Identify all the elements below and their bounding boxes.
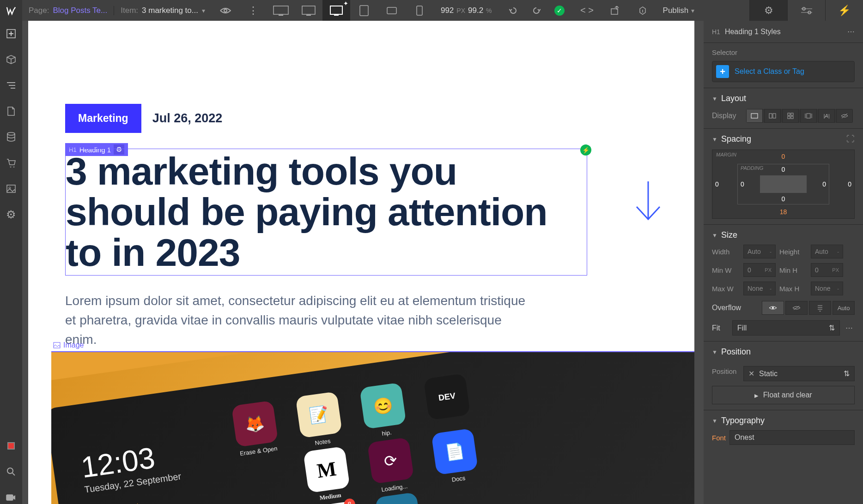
svg-rect-31 xyxy=(773,114,776,118)
font-label: Font xyxy=(712,434,726,442)
canvas-dimensions[interactable]: 992 PX 99.2 % xyxy=(433,6,499,15)
tablet-app-grid: 🦊Erase & Open 📝Notes 😊hip. DEV MMedium ⟳… xyxy=(231,354,623,504)
more-button[interactable]: ⋮ xyxy=(239,0,267,21)
svg-rect-36 xyxy=(807,114,810,118)
layout-header[interactable]: ▼ Layout xyxy=(712,94,855,103)
display-inline-block[interactable] xyxy=(800,109,817,123)
padding-top[interactable]: 0 xyxy=(782,166,785,173)
margin-bottom[interactable]: 18 xyxy=(780,208,787,216)
video-button[interactable] xyxy=(5,491,18,504)
breakpoint-mobile[interactable] xyxy=(406,0,433,21)
selector-section: Selector + Select a Class or Tag xyxy=(704,43,863,88)
display-row: Display |A| xyxy=(712,109,855,123)
float-clear-toggle[interactable]: ▶ Float and clear xyxy=(712,386,855,404)
more-icon[interactable]: ⋯ xyxy=(847,27,855,36)
margin-left[interactable]: 0 xyxy=(715,180,719,188)
ecommerce-button[interactable] xyxy=(5,156,18,169)
search-button[interactable] xyxy=(5,465,18,478)
settings-tab[interactable] xyxy=(787,0,825,21)
position-select[interactable]: ✕ Static ⇅ xyxy=(743,366,855,381)
selected-heading[interactable]: 3 marketing tools you should be paying a… xyxy=(65,149,587,276)
navigator-button[interactable] xyxy=(5,79,18,92)
expand-icon[interactable]: ⛶ xyxy=(846,134,855,144)
breakpoint-xl[interactable] xyxy=(267,0,295,21)
position-header[interactable]: ▼ Position xyxy=(712,347,855,357)
add-element-button[interactable] xyxy=(5,27,18,40)
spacing-header[interactable]: ▼ Spacing ⛶ xyxy=(712,134,855,144)
more-icon[interactable]: ⋯ xyxy=(844,324,855,332)
display-none[interactable] xyxy=(836,109,853,123)
display-inline[interactable]: |A| xyxy=(818,109,835,123)
svg-line-25 xyxy=(12,473,15,475)
font-select[interactable]: Onest xyxy=(729,430,855,445)
assets-button[interactable] xyxy=(5,182,18,195)
breakpoint-base[interactable]: ✦ xyxy=(322,0,350,21)
overflow-scroll[interactable] xyxy=(809,301,831,315)
publish-button[interactable]: Publish ▾ xyxy=(656,6,701,15)
display-block[interactable] xyxy=(746,109,763,123)
canvas-zoom: 99.2 xyxy=(468,6,483,15)
breakpoint-mobile-l[interactable] xyxy=(378,0,406,21)
maxh-input[interactable]: None- xyxy=(811,282,843,295)
maxw-input[interactable]: None- xyxy=(743,282,776,295)
undo-button[interactable] xyxy=(499,0,527,21)
margin-right[interactable]: 0 xyxy=(848,180,851,188)
chevron-right-icon: ▶ xyxy=(754,393,758,398)
record-button[interactable] xyxy=(5,439,18,452)
width-input[interactable]: Auto- xyxy=(743,245,776,258)
class-selector[interactable]: + Select a Class or Tag xyxy=(712,61,855,82)
overflow-hidden[interactable] xyxy=(785,301,808,315)
image-element-label[interactable]: Image xyxy=(53,341,84,349)
typography-header[interactable]: ▼ Typography xyxy=(712,416,855,426)
hero-image[interactable]: 12:03 Tuesday, 22 September Shimla ⛅ 🦊Er… xyxy=(51,351,694,504)
spacing-editor[interactable]: MARGIN 0 0 18 0 PADDING 0 0 0 0 xyxy=(712,150,855,219)
style-tab[interactable]: ⚙ xyxy=(749,0,787,21)
overflow-visible[interactable] xyxy=(762,301,784,315)
item-selector[interactable]: Item: 3 marketing to... ▾ xyxy=(114,6,212,15)
select-icon: ⇅ xyxy=(829,324,835,332)
item-label: Item: xyxy=(121,6,138,15)
fit-select[interactable]: Fill ⇅ xyxy=(732,320,840,336)
minw-input[interactable]: 0PX xyxy=(743,263,776,277)
canvas-width: 992 xyxy=(441,6,454,15)
margin-top[interactable]: 0 xyxy=(782,153,785,160)
app-logo[interactable] xyxy=(0,0,22,21)
minh-label: Min H xyxy=(779,266,807,274)
export-button[interactable] xyxy=(601,0,629,21)
overflow-row: Overflow Auto xyxy=(712,301,855,315)
chevron-down-icon: ▼ xyxy=(712,349,717,355)
settings-button[interactable]: ⚙ xyxy=(5,208,18,221)
pages-button[interactable] xyxy=(5,105,18,118)
category-badge[interactable]: Marketing xyxy=(65,104,141,133)
display-options: |A| xyxy=(746,109,853,123)
svg-rect-8 xyxy=(387,7,396,14)
display-flex[interactable] xyxy=(764,109,781,123)
display-grid[interactable] xyxy=(782,109,799,123)
padding-left[interactable]: 0 xyxy=(741,180,744,188)
size-header[interactable]: ▼ Size xyxy=(712,230,855,240)
image-label-text: Image xyxy=(63,341,84,349)
chevron-down-icon: ▼ xyxy=(712,418,717,424)
code-button[interactable]: < > xyxy=(573,0,601,21)
cms-button[interactable] xyxy=(5,131,18,144)
breakpoint-tablet[interactable] xyxy=(350,0,378,21)
page-selector[interactable]: Page: Blog Posts Te... xyxy=(22,6,114,15)
overflow-auto[interactable]: Auto xyxy=(833,301,855,315)
status-indicator[interactable]: ✓ xyxy=(546,0,573,21)
redo-button[interactable] xyxy=(527,0,546,21)
breakpoint-lg[interactable] xyxy=(295,0,322,21)
post-date[interactable]: Jul 26, 2022 xyxy=(152,111,223,126)
design-canvas[interactable]: Marketing Jul 26, 2022 H1 Heading 1 ⚙ 3 … xyxy=(28,21,694,504)
scroll-arrow-icon[interactable] xyxy=(630,181,667,223)
section-title: Size xyxy=(721,230,737,240)
cms-binding-icon[interactable]: ⚡ xyxy=(580,144,591,156)
interactions-tab[interactable]: ⚡ xyxy=(825,0,863,21)
minh-input[interactable]: 0PX xyxy=(811,263,843,277)
padding-right[interactable]: 0 xyxy=(822,180,826,188)
padding-bottom[interactable]: 0 xyxy=(782,195,785,203)
preview-button[interactable] xyxy=(212,0,239,21)
post-excerpt[interactable]: Lorem ipsum dolor sit amet, consectetur … xyxy=(65,291,532,349)
symbols-button[interactable] xyxy=(5,53,18,66)
height-input[interactable]: Auto- xyxy=(811,245,843,258)
audit-button[interactable] xyxy=(629,0,656,21)
